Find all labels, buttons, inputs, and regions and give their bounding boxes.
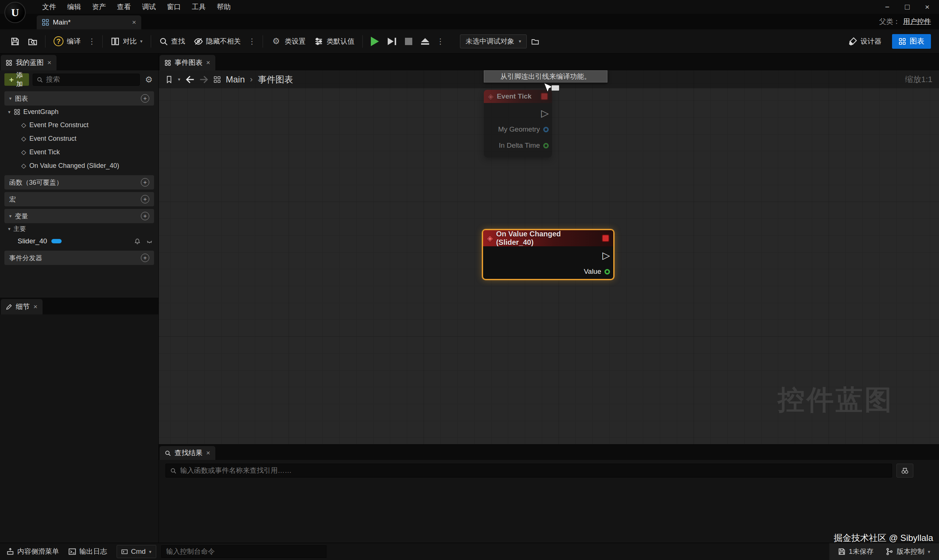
nav-forward-button[interactable] [199,75,208,84]
menu-debug[interactable]: 调试 [136,1,161,13]
eventgraph-row[interactable]: ▾ EventGraph [0,106,159,118]
debug-object-dropdown[interactable]: 未选中调试对象 ▾ [460,34,527,48]
pin-label: My Geometry [498,125,540,134]
node-event-tick-header[interactable]: ◈ Event Tick [484,90,552,103]
section-variables[interactable]: ▾ 变量 + [5,209,154,223]
event-pre-construct-row[interactable]: ◇ Event Pre Construct [0,118,159,132]
class-defaults-label: 类默认值 [327,37,354,46]
play-options-icon[interactable]: ⋮ [434,37,447,46]
my-blueprint-search[interactable] [32,74,140,86]
frame-skip-button[interactable] [384,33,400,50]
my-blueprint-search-input[interactable] [46,75,136,83]
class-settings-button[interactable]: ⚙ 类设置 [267,33,310,50]
tab-my-blueprint[interactable]: 我的蓝图 × [1,55,57,70]
pin-value[interactable]: Value [483,263,613,280]
section-event-dispatchers[interactable]: 事件分发器 + [5,251,154,265]
content-drawer-button[interactable]: 内容侧滑菜单 [6,547,59,556]
menu-edit[interactable]: 编辑 [62,1,86,13]
section-macros[interactable]: 宏 + [5,192,154,206]
play-button[interactable] [367,33,383,50]
bookmark-icon[interactable] [165,76,173,83]
node-event-tick[interactable]: ◈ Event Tick ▷ My Geometry In D [484,90,552,158]
save-button[interactable] [6,33,23,50]
section-graphs[interactable]: ▾ 图表 + [5,91,154,106]
find-results-tab-bar: 查找结果 × [159,445,939,460]
tab-main-close-icon[interactable]: × [132,18,136,26]
add-function-icon[interactable]: + [141,178,149,186]
eye-closed-icon[interactable] [146,238,153,245]
designer-button[interactable]: 设计器 [844,33,885,50]
find-in-blueprints-button[interactable] [896,464,913,477]
my-blueprint-close-icon[interactable]: × [47,58,51,67]
menu-view[interactable]: 查看 [111,1,136,13]
close-button[interactable]: × [925,3,930,11]
menu-file[interactable]: 文件 [37,1,62,13]
tab-find-results[interactable]: 查找结果 × [160,446,215,460]
find-results-close-icon[interactable]: × [206,449,210,457]
save-icon [11,37,19,46]
compile-button[interactable]: ? 编译 [49,33,85,50]
unsaved-button[interactable]: 1未保存 [838,547,874,556]
event-graph-canvas[interactable]: ▾ Main › 事件图表 缩放1:1 从引脚连出引线来编译功能。 [159,70,939,444]
menu-tools[interactable]: 工具 [187,1,211,13]
find-button[interactable]: 查找 [155,33,189,50]
nav-back-button[interactable] [186,75,194,84]
node-on-value-changed[interactable]: ◈ On Value Changed (Slider_40) ▷ Value [482,229,614,280]
minimize-button[interactable]: − [885,3,890,11]
diff-button[interactable]: 对比 ▾ [107,33,147,50]
hide-unrelated-options-icon[interactable]: ⋮ [246,37,259,46]
menu-help[interactable]: 帮助 [211,1,236,13]
add-button[interactable]: + 添加 [5,73,29,86]
maximize-button[interactable]: □ [905,3,910,11]
tab-details[interactable]: 细节 × [1,299,43,314]
toolbar-separator [362,35,363,48]
menu-asset[interactable]: 资产 [86,1,111,13]
output-log-button[interactable]: 输出日志 [69,547,107,556]
breadcrumb-root[interactable]: Main [226,74,245,85]
variables-category-row[interactable]: ▾ 主要 [0,223,159,234]
bell-icon[interactable] [134,238,140,245]
diff-icon [111,37,120,46]
revision-control-button[interactable]: 版本控制 ▾ [886,547,930,556]
add-dispatcher-icon[interactable]: + [141,254,149,262]
exec-out-pin[interactable]: ▷ [483,248,613,263]
details-close-icon[interactable]: × [33,303,37,311]
event-graph-close-icon[interactable]: × [206,58,210,67]
menu-window[interactable]: 窗口 [161,1,187,13]
class-defaults-button[interactable]: 类默认值 [310,33,358,50]
debug-browse-button[interactable] [527,33,543,50]
variable-slider40-row[interactable]: Slider_40 [0,234,159,248]
find-results-search-input[interactable] [180,466,887,475]
node-on-value-changed-header[interactable]: ◈ On Value Changed (Slider_40) [483,230,613,246]
browse-button[interactable] [24,33,41,50]
compile-options-icon[interactable]: ⋮ [85,37,98,46]
event-node-icon: ◈ [487,235,493,242]
graph-mode-button[interactable]: 图表 [892,34,931,49]
panel-settings-gear-icon[interactable]: ⚙ [143,75,154,85]
add-variable-icon[interactable]: + [141,212,149,220]
macros-header-label: 宏 [9,195,16,204]
cmd-dropdown[interactable]: Cmd ▾ [117,545,156,558]
add-graph-icon[interactable]: + [141,94,149,103]
bookmark-chevron-icon[interactable]: ▾ [178,77,180,82]
event-icon: ◇ [21,162,26,170]
event-construct-row[interactable]: ◇ Event Construct [0,132,159,146]
eject-button[interactable] [417,33,433,50]
stop-button[interactable] [401,33,416,50]
exec-out-pin[interactable]: ▷ [484,105,552,121]
find-results-search[interactable] [165,464,892,477]
event-tick-row[interactable]: ◇ Event Tick [0,146,159,159]
console-command-input[interactable] [166,548,322,555]
hide-unrelated-button[interactable]: 隐藏不相关 [190,33,245,50]
breadcrumb-current[interactable]: 事件图表 [258,74,293,85]
pin-in-delta-time[interactable]: In Delta Time [484,137,552,154]
on-value-changed-row[interactable]: ◇ On Value Changed (Slider_40) [0,159,159,172]
section-functions[interactable]: 函数（36可覆盖） + [5,175,154,189]
tab-event-graph[interactable]: 事件图表 × [160,55,215,70]
add-macro-icon[interactable]: + [141,195,149,203]
pin-my-geometry[interactable]: My Geometry [484,121,552,137]
parent-class-link[interactable]: 用户控件 [903,17,931,26]
console-command-field[interactable] [161,545,327,558]
graph-icon [899,38,906,45]
tab-main-asset[interactable]: Main* × [37,15,141,29]
